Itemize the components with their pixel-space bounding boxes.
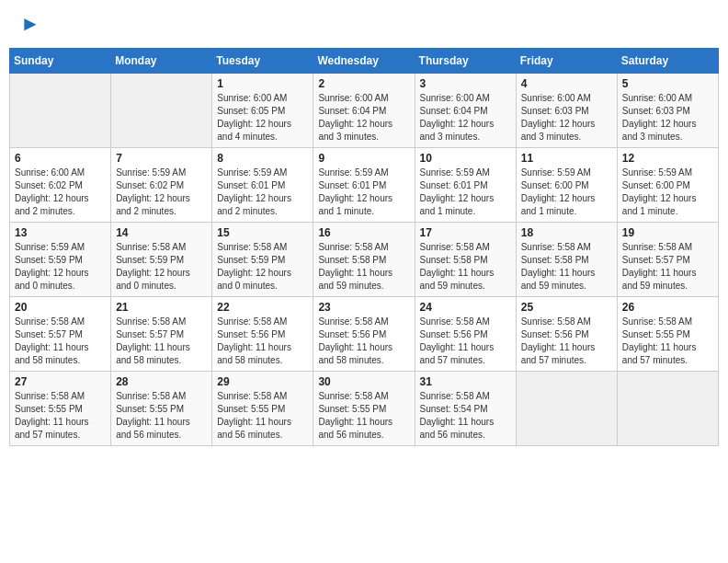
day-info: Sunrise: 5:58 AM Sunset: 5:58 PM Dayligh… — [521, 241, 612, 293]
calendar-cell: 27Sunrise: 5:58 AM Sunset: 5:55 PM Dayli… — [10, 372, 111, 446]
weekday-header: Wednesday — [313, 49, 415, 74]
day-number: 7 — [116, 152, 207, 165]
calendar-cell: 6Sunrise: 6:00 AM Sunset: 6:02 PM Daylig… — [10, 148, 111, 223]
calendar-cell: 17Sunrise: 5:58 AM Sunset: 5:58 PM Dayli… — [415, 223, 516, 297]
day-number: 11 — [521, 152, 612, 165]
calendar-cell: 30Sunrise: 5:58 AM Sunset: 5:55 PM Dayli… — [313, 372, 415, 446]
calendar-cell — [516, 372, 617, 446]
day-info: Sunrise: 6:00 AM Sunset: 6:03 PM Dayligh… — [622, 92, 713, 144]
calendar-cell: 21Sunrise: 5:58 AM Sunset: 5:57 PM Dayli… — [111, 297, 212, 372]
calendar-cell: 3Sunrise: 6:00 AM Sunset: 6:04 PM Daylig… — [415, 74, 516, 148]
calendar-cell: 13Sunrise: 5:59 AM Sunset: 5:59 PM Dayli… — [10, 223, 111, 297]
day-number: 6 — [15, 152, 106, 165]
day-number: 22 — [217, 301, 308, 314]
calendar-cell: 25Sunrise: 5:58 AM Sunset: 5:56 PM Dayli… — [516, 297, 617, 372]
calendar-cell: 18Sunrise: 5:58 AM Sunset: 5:58 PM Dayli… — [516, 223, 617, 297]
day-info: Sunrise: 5:58 AM Sunset: 5:55 PM Dayligh… — [622, 316, 713, 367]
calendar-week-row: 13Sunrise: 5:59 AM Sunset: 5:59 PM Dayli… — [10, 223, 719, 297]
day-info: Sunrise: 5:58 AM Sunset: 5:57 PM Dayligh… — [116, 316, 207, 367]
day-info: Sunrise: 5:59 AM Sunset: 6:01 PM Dayligh… — [217, 167, 308, 218]
calendar-cell: 14Sunrise: 5:58 AM Sunset: 5:59 PM Dayli… — [111, 223, 212, 297]
day-info: Sunrise: 6:00 AM Sunset: 6:04 PM Dayligh… — [318, 92, 409, 144]
calendar-cell: 4Sunrise: 6:00 AM Sunset: 6:03 PM Daylig… — [516, 74, 617, 148]
day-number: 5 — [622, 77, 713, 90]
calendar-cell: 11Sunrise: 5:59 AM Sunset: 6:00 PM Dayli… — [516, 148, 617, 223]
day-info: Sunrise: 5:58 AM Sunset: 5:58 PM Dayligh… — [318, 241, 409, 293]
calendar-cell: 23Sunrise: 5:58 AM Sunset: 5:56 PM Dayli… — [313, 297, 415, 372]
day-number: 2 — [318, 77, 409, 90]
calendar-week-row: 1Sunrise: 6:00 AM Sunset: 6:05 PM Daylig… — [10, 74, 719, 148]
day-info: Sunrise: 5:59 AM Sunset: 6:01 PM Dayligh… — [318, 167, 409, 218]
day-info: Sunrise: 5:58 AM Sunset: 5:55 PM Dayligh… — [116, 390, 207, 442]
calendar-cell: 19Sunrise: 5:58 AM Sunset: 5:57 PM Dayli… — [617, 223, 718, 297]
day-info: Sunrise: 5:58 AM Sunset: 5:57 PM Dayligh… — [622, 241, 713, 293]
day-info: Sunrise: 5:58 AM Sunset: 5:55 PM Dayligh… — [217, 390, 308, 442]
day-number: 17 — [420, 226, 511, 239]
weekday-header: Tuesday — [212, 49, 313, 74]
day-number: 19 — [622, 226, 713, 239]
day-info: Sunrise: 5:58 AM Sunset: 5:56 PM Dayligh… — [420, 316, 511, 367]
day-number: 9 — [318, 152, 409, 165]
day-info: Sunrise: 6:00 AM Sunset: 6:03 PM Dayligh… — [521, 92, 612, 144]
calendar-cell: 5Sunrise: 6:00 AM Sunset: 6:03 PM Daylig… — [617, 74, 718, 148]
day-info: Sunrise: 5:58 AM Sunset: 5:57 PM Dayligh… — [15, 316, 106, 367]
day-info: Sunrise: 6:00 AM Sunset: 6:04 PM Dayligh… — [420, 92, 511, 144]
calendar-table: SundayMondayTuesdayWednesdayThursdayFrid… — [9, 48, 719, 446]
weekday-header: Saturday — [617, 49, 718, 74]
calendar-cell: 22Sunrise: 5:58 AM Sunset: 5:56 PM Dayli… — [212, 297, 313, 372]
day-number: 25 — [521, 301, 612, 314]
day-number: 24 — [420, 301, 511, 314]
day-number: 29 — [217, 375, 308, 388]
calendar-cell: 26Sunrise: 5:58 AM Sunset: 5:55 PM Dayli… — [617, 297, 718, 372]
day-number: 27 — [15, 375, 106, 388]
day-number: 3 — [420, 77, 511, 90]
day-number: 8 — [217, 152, 308, 165]
day-info: Sunrise: 5:58 AM Sunset: 5:54 PM Dayligh… — [420, 390, 511, 442]
weekday-header: Sunday — [10, 49, 111, 74]
day-info: Sunrise: 5:58 AM Sunset: 5:56 PM Dayligh… — [521, 316, 612, 367]
day-info: Sunrise: 5:59 AM Sunset: 6:00 PM Dayligh… — [521, 167, 612, 218]
day-number: 23 — [318, 301, 409, 314]
day-number: 21 — [116, 301, 207, 314]
day-number: 4 — [521, 77, 612, 90]
calendar-cell: 15Sunrise: 5:58 AM Sunset: 5:59 PM Dayli… — [212, 223, 313, 297]
calendar-cell: 10Sunrise: 5:59 AM Sunset: 6:01 PM Dayli… — [415, 148, 516, 223]
day-info: Sunrise: 5:58 AM Sunset: 5:59 PM Dayligh… — [116, 241, 207, 293]
calendar-week-row: 27Sunrise: 5:58 AM Sunset: 5:55 PM Dayli… — [10, 372, 719, 446]
calendar-cell — [617, 372, 718, 446]
day-number: 26 — [622, 301, 713, 314]
weekday-header: Friday — [516, 49, 617, 74]
calendar-cell: 9Sunrise: 5:59 AM Sunset: 6:01 PM Daylig… — [313, 148, 415, 223]
calendar-cell: 24Sunrise: 5:58 AM Sunset: 5:56 PM Dayli… — [415, 297, 516, 372]
day-info: Sunrise: 5:59 AM Sunset: 6:01 PM Dayligh… — [420, 167, 511, 218]
day-info: Sunrise: 5:58 AM Sunset: 5:59 PM Dayligh… — [217, 241, 308, 293]
calendar-cell: 29Sunrise: 5:58 AM Sunset: 5:55 PM Dayli… — [212, 372, 313, 446]
calendar-cell: 20Sunrise: 5:58 AM Sunset: 5:57 PM Dayli… — [10, 297, 111, 372]
logo-arrow-icon: ► — [20, 14, 40, 34]
day-info: Sunrise: 5:58 AM Sunset: 5:56 PM Dayligh… — [217, 316, 308, 367]
day-info: Sunrise: 5:58 AM Sunset: 5:56 PM Dayligh… — [318, 316, 409, 367]
calendar-cell: 28Sunrise: 5:58 AM Sunset: 5:55 PM Dayli… — [111, 372, 212, 446]
calendar-header: SundayMondayTuesdayWednesdayThursdayFrid… — [10, 49, 719, 74]
calendar-cell: 31Sunrise: 5:58 AM Sunset: 5:54 PM Dayli… — [415, 372, 516, 446]
day-info: Sunrise: 5:58 AM Sunset: 5:58 PM Dayligh… — [420, 241, 511, 293]
day-number: 10 — [420, 152, 511, 165]
day-number: 20 — [15, 301, 106, 314]
day-info: Sunrise: 5:58 AM Sunset: 5:55 PM Dayligh… — [15, 390, 106, 442]
calendar-cell — [111, 74, 212, 148]
calendar-cell: 1Sunrise: 6:00 AM Sunset: 6:05 PM Daylig… — [212, 74, 313, 148]
day-number: 18 — [521, 226, 612, 239]
day-number: 30 — [318, 375, 409, 388]
logo: ► — [18, 14, 40, 34]
day-number: 31 — [420, 375, 511, 388]
day-number: 14 — [116, 226, 207, 239]
day-number: 16 — [318, 226, 409, 239]
day-number: 1 — [217, 77, 308, 90]
calendar-cell — [10, 74, 111, 148]
calendar-cell: 12Sunrise: 5:59 AM Sunset: 6:00 PM Dayli… — [617, 148, 718, 223]
day-info: Sunrise: 5:59 AM Sunset: 6:02 PM Dayligh… — [116, 167, 207, 218]
calendar-cell: 7Sunrise: 5:59 AM Sunset: 6:02 PM Daylig… — [111, 148, 212, 223]
day-number: 28 — [116, 375, 207, 388]
day-info: Sunrise: 6:00 AM Sunset: 6:02 PM Dayligh… — [15, 167, 106, 218]
day-info: Sunrise: 5:59 AM Sunset: 5:59 PM Dayligh… — [15, 241, 106, 293]
